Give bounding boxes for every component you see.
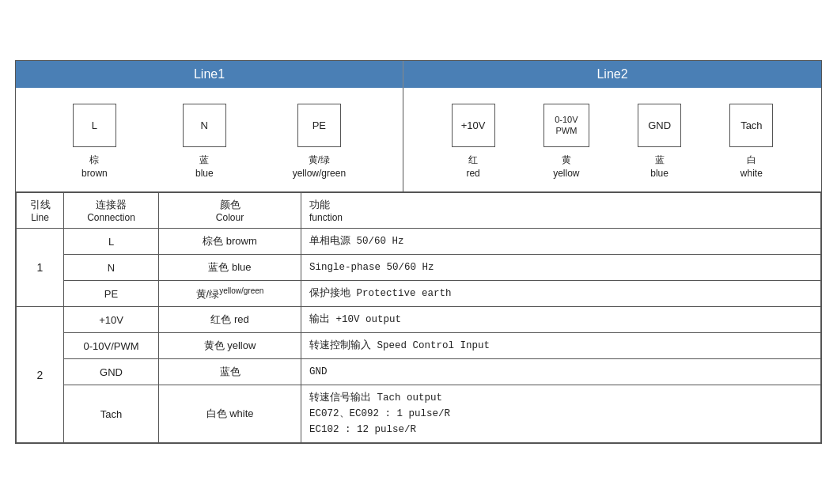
- th-func: 功能 function: [301, 193, 821, 229]
- connector-label-GND: 蓝blue: [650, 153, 668, 180]
- diagram-row: L 棕brown N 蓝blue PE 黄/绿yellow/green +10V…: [16, 88, 821, 193]
- th-line: 引线 Line: [17, 193, 64, 229]
- colour-white-cell: 白色 white: [159, 385, 301, 443]
- connector-box-PWM: 0-10VPWM: [543, 104, 589, 147]
- header-row: Line1 Line2: [16, 61, 821, 88]
- connector-Tach: Tach 白white: [729, 104, 773, 180]
- connector-label-Tach: 白white: [740, 153, 763, 180]
- conn-GND-cell: GND: [64, 359, 159, 385]
- conn-PWM-cell: 0-10V/PWM: [64, 333, 159, 359]
- line-2-cell: 2: [17, 307, 64, 443]
- table-row: 1 L 棕色 browm 单相电源 50/60 Hz: [17, 229, 821, 255]
- th-func-en: function: [309, 212, 812, 223]
- connector-box-10V: +10V: [452, 104, 495, 147]
- connector-N: N 蓝blue: [183, 104, 226, 180]
- func-10V-cell: 输出 +10V output: [301, 307, 821, 333]
- connector-label-PE: 黄/绿yellow/green: [293, 153, 346, 180]
- func-L-cell: 单相电源 50/60 Hz: [301, 229, 821, 255]
- connector-L: L 棕brown: [73, 104, 116, 180]
- connector-label-L: 棕brown: [81, 153, 108, 180]
- line-1-cell: 1: [17, 229, 64, 307]
- header-line1: Line1: [16, 61, 403, 88]
- connector-box-GND: GND: [638, 104, 681, 147]
- th-line-zh: 引线: [20, 198, 60, 212]
- colour-blue-cell: 蓝色 blue: [159, 255, 301, 281]
- connector-box-Tach: Tach: [729, 104, 773, 147]
- th-conn-en: Connection: [67, 212, 155, 223]
- main-container: Line1 Line2 L 棕brown N 蓝blue PE 黄/绿yello…: [15, 60, 822, 445]
- connector-box-N: N: [183, 104, 226, 147]
- table-section: 引线 Line 连接器 Connection 颜色 Colour: [16, 192, 821, 443]
- connector-label-10V: 红red: [466, 153, 479, 180]
- conn-10V-cell: +10V: [64, 307, 159, 333]
- connector-label-N: 蓝blue: [195, 153, 214, 180]
- table-body: 1 L 棕色 browm 单相电源 50/60 Hz N 蓝色 blue Sin…: [17, 229, 821, 443]
- conn-Tach-cell: Tach: [64, 385, 159, 443]
- table-row: Tach 白色 white 转速信号输出 Tach output EC072、E…: [17, 385, 821, 443]
- th-colour: 颜色 Colour: [159, 193, 301, 229]
- func-PWM-cell: 转速控制输入 Speed Control Input: [301, 333, 821, 359]
- diagram-line2: +10V 红red 0-10VPWM 黄yellow GND 蓝blue Tac…: [403, 88, 821, 192]
- th-line-en: Line: [20, 212, 60, 223]
- table-row: 2 +10V 红色 red 输出 +10V output: [17, 307, 821, 333]
- func-PE-cell: 保护接地 Protective earth: [301, 281, 821, 307]
- th-func-zh: 功能: [309, 198, 812, 212]
- colour-yellow-cell: 黄色 yellow: [159, 333, 301, 359]
- connector-PWM: 0-10VPWM 黄yellow: [543, 104, 589, 180]
- func-Tach-cell: 转速信号输出 Tach output EC072、EC092 : 1 pulse…: [301, 385, 821, 443]
- func-GND-cell: GND: [301, 359, 821, 385]
- conn-PE-cell: PE: [64, 281, 159, 307]
- connector-box-L: L: [73, 104, 116, 147]
- colour-ye-cell: 黄/绿yellow/green: [159, 281, 301, 307]
- conn-N-cell: N: [64, 255, 159, 281]
- diagram-line1: L 棕brown N 蓝blue PE 黄/绿yellow/green: [16, 88, 403, 192]
- connector-PE: PE 黄/绿yellow/green: [293, 104, 346, 180]
- connector-label-PWM: 黄yellow: [553, 153, 579, 180]
- table-row: N 蓝色 blue Single-phase 50/60 Hz: [17, 255, 821, 281]
- table-header-row: 引线 Line 连接器 Connection 颜色 Colour: [17, 193, 821, 229]
- th-conn-zh: 连接器: [67, 198, 155, 212]
- func-N-cell: Single-phase 50/60 Hz: [301, 255, 821, 281]
- table-row: GND 蓝色 GND: [17, 359, 821, 385]
- connector-box-PE: PE: [297, 104, 341, 147]
- header-line2: Line2: [403, 61, 821, 88]
- th-colour-zh: 颜色: [162, 198, 297, 212]
- colour-red-cell: 红色 red: [159, 307, 301, 333]
- conn-L-cell: L: [64, 229, 159, 255]
- table-row: 0-10V/PWM 黄色 yellow 转速控制输入 Speed Control…: [17, 333, 821, 359]
- connector-10V: +10V 红red: [452, 104, 495, 180]
- th-colour-en: Colour: [162, 212, 297, 223]
- connector-GND: GND 蓝blue: [638, 104, 681, 180]
- colour-blue2-cell: 蓝色: [159, 359, 301, 385]
- data-table: 引线 Line 连接器 Connection 颜色 Colour: [16, 192, 821, 443]
- th-conn: 连接器 Connection: [64, 193, 159, 229]
- table-row: PE 黄/绿yellow/green 保护接地 Protective earth: [17, 281, 821, 307]
- colour-brown-cell: 棕色 browm: [159, 229, 301, 255]
